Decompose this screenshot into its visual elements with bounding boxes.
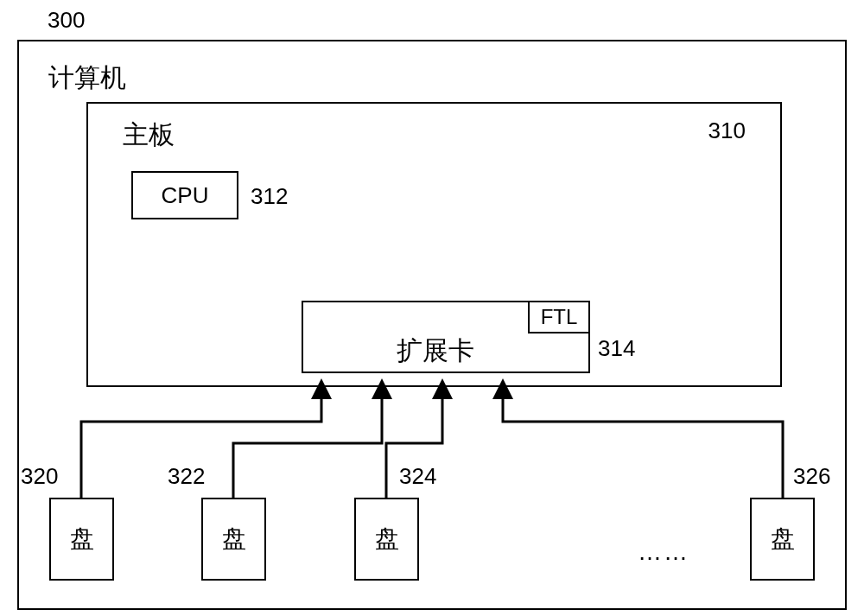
disk-box-324: 盘 [354, 498, 419, 581]
ellipsis: …… [638, 538, 689, 566]
disk-box-326: 盘 [750, 498, 815, 581]
disk-box-320: 盘 [49, 498, 114, 581]
computer-container: 计算机 主板 310 CPU 312 扩展卡 FTL 314 320 盘 322… [17, 40, 847, 610]
disk-number-322: 322 [168, 463, 205, 490]
disk-number-320: 320 [21, 463, 58, 490]
arrow-disk-320 [19, 41, 848, 612]
disk-box-322: 盘 [201, 498, 266, 581]
figure-number: 300 [48, 7, 85, 34]
disk-number-324: 324 [399, 463, 436, 490]
disk-number-326: 326 [793, 463, 830, 490]
